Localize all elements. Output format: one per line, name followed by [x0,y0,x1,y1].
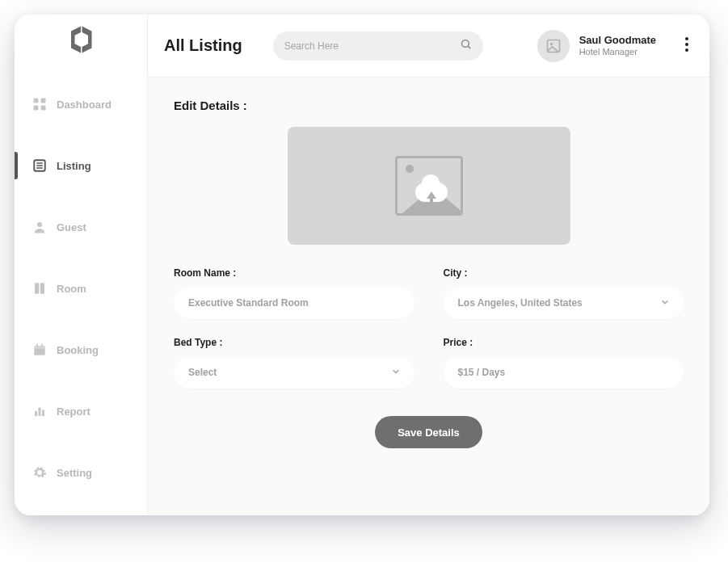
sidebar-item-room[interactable]: Room [15,270,147,307]
more-button[interactable] [685,37,688,55]
room-name-label: Room Name : [174,267,414,279]
svg-point-23 [685,43,688,46]
svg-rect-5 [36,162,43,164]
form-grid: Room Name : Executive Standard Room City… [174,267,684,389]
grid-icon [32,97,47,111]
room-name-input[interactable]: Executive Standard Room [174,287,414,319]
svg-rect-10 [40,283,44,294]
section-title: Edit Details : [174,99,684,112]
calendar-icon [32,342,47,357]
city-label: City : [444,267,684,279]
upload-placeholder [395,156,463,216]
svg-rect-6 [36,165,43,166]
field-price: Price : $15 / Days [444,337,684,389]
app-shell: Dashboard Listing Guest Room [15,15,709,515]
city-value: Los Angeles, United States [458,297,583,309]
list-icon [32,158,47,173]
content: Edit Details : Room Name : Executive Sta… [148,78,709,515]
sidebar: Dashboard Listing Guest Room [15,15,148,515]
field-city: City : Los Angeles, United States [444,267,684,319]
logo-icon [66,25,95,54]
sidebar-nav: Dashboard Listing Guest Room [15,65,147,515]
svg-rect-14 [41,344,43,347]
svg-rect-2 [34,106,39,111]
user-chip[interactable]: Saul Goodmate Hotel Manager [537,30,656,62]
svg-rect-1 [41,99,46,103]
svg-point-21 [549,42,552,44]
search-box[interactable] [273,32,483,61]
sidebar-item-listing[interactable]: Listing [15,147,147,184]
actions: Save Details [174,416,684,448]
svg-point-24 [685,48,688,52]
svg-point-8 [37,222,42,227]
svg-point-22 [685,37,688,40]
search-icon [460,38,472,53]
city-select[interactable]: Los Angeles, United States [444,287,684,319]
svg-rect-17 [42,410,44,417]
sidebar-item-label: Report [57,405,90,418]
svg-rect-15 [35,411,37,416]
gear-icon [32,465,47,480]
page-title: All Listing [164,36,242,55]
topbar: All Listing Saul Goodmate Hotel Manager [148,15,709,78]
sidebar-item-label: Dashboard [57,99,112,111]
save-details-button[interactable]: Save Details [375,416,482,448]
image-upload-zone[interactable] [288,127,570,245]
svg-line-19 [468,46,470,48]
user-role: Hotel Manager [579,47,656,57]
user-icon [32,220,47,234]
bed-type-label: Bed Type : [174,337,414,348]
logo [15,15,147,65]
search-input[interactable] [284,40,452,52]
room-name-value: Executive Standard Room [188,297,309,309]
price-value: $15 / Days [458,367,506,378]
bed-type-value: Select [188,367,217,378]
sidebar-item-dashboard[interactable]: Dashboard [15,86,147,123]
sidebar-item-label: Guest [57,221,86,233]
sidebar-item-label: Room [57,283,86,295]
sidebar-item-guest[interactable]: Guest [15,208,147,246]
field-bed-type: Bed Type : Select [174,337,414,389]
svg-rect-3 [41,106,46,111]
svg-rect-0 [34,99,39,103]
sidebar-item-setting[interactable]: Setting [15,454,147,491]
price-input[interactable]: $15 / Days [444,356,684,389]
dots-vertical-icon [685,37,688,52]
sidebar-item-booking[interactable]: Booking [15,331,147,368]
sidebar-item-label: Booking [57,344,99,356]
bar-chart-icon [32,404,47,418]
field-room-name: Room Name : Executive Standard Room [174,267,414,319]
svg-rect-12 [34,346,45,349]
price-label: Price : [444,337,684,348]
svg-rect-9 [35,283,39,294]
svg-rect-7 [36,167,43,169]
door-icon [32,281,47,296]
sidebar-item-label: Listing [57,160,91,172]
user-meta: Saul Goodmate Hotel Manager [579,34,656,57]
svg-rect-16 [39,408,41,417]
main: All Listing Saul Goodmate Hotel Manager [148,15,709,515]
chevron-down-icon [392,367,400,378]
svg-rect-13 [36,344,38,347]
bed-type-select[interactable]: Select [174,356,414,389]
sidebar-item-label: Setting [57,467,92,479]
user-name: Saul Goodmate [579,34,656,47]
svg-point-18 [461,40,469,48]
chevron-down-icon [661,297,669,309]
avatar [537,30,570,62]
sidebar-item-report[interactable]: Report [15,393,147,430]
image-icon [545,38,562,54]
